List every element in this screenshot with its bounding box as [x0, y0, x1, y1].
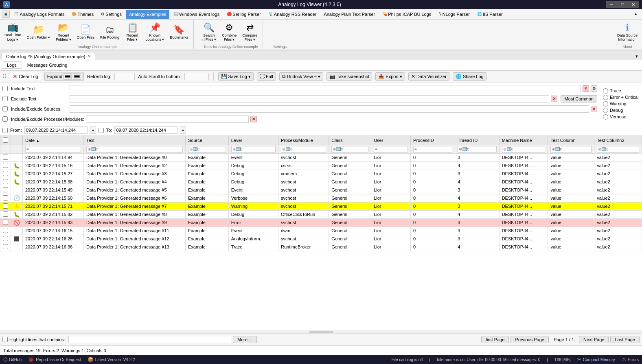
exclude-text-checkbox[interactable]	[2, 96, 8, 101]
file-pooling-button[interactable]: 🗂 File Pooling	[97, 23, 122, 41]
menu-windows-event-logs[interactable]: 🪟 Windows Event logs	[170, 10, 223, 19]
previous-page-button[interactable]: Previous Page	[511, 336, 549, 343]
row-checkbox-cell[interactable]	[0, 210, 11, 218]
errors-button[interactable]: ⚠ Errors	[622, 357, 639, 362]
col-header-level[interactable]: Level	[228, 136, 278, 145]
data-source-info-button[interactable]: ℹ Data SourceInformation	[614, 21, 640, 43]
col-header-date[interactable]: Date ▲	[23, 136, 84, 145]
row-checkbox[interactable]	[3, 187, 8, 192]
date-col-filter[interactable]	[25, 146, 81, 153]
expand-color-1[interactable]	[64, 73, 72, 80]
row-checkbox-cell[interactable]	[0, 153, 11, 161]
log-tab[interactable]: Online log #5 (Analogy Online example) ✕	[2, 53, 95, 60]
horizontal-scroll-hint[interactable]	[0, 330, 642, 333]
col2-col-filter[interactable]	[597, 146, 639, 153]
menu-icon-btn[interactable]: ≡	[2, 11, 10, 18]
menu-analogy-examples[interactable]: Analogy Examples	[126, 10, 169, 19]
more-button[interactable]: More ...	[233, 336, 257, 343]
row-checkbox[interactable]	[3, 211, 8, 217]
latest-version-link[interactable]: 📦 Latest Version: V4.2.2	[88, 357, 135, 362]
col-header-process[interactable]: Process/Module	[278, 136, 329, 145]
process-col-filter[interactable]	[281, 146, 326, 153]
include-sources-clear-btn[interactable]: ✕	[591, 106, 597, 112]
open-folder-button[interactable]: 📁 Open Folder ▾	[24, 23, 53, 41]
menu-nlogs-parser[interactable]: N NLogs Parser	[435, 10, 473, 19]
share-log-button[interactable]: 🌐 Share Log	[453, 72, 486, 81]
row-checkbox[interactable]	[3, 228, 8, 233]
real-time-logs-button[interactable]: 📺 Real TimeLogs ▾	[2, 20, 24, 43]
tab-logs[interactable]: Logs	[2, 61, 22, 69]
save-log-button[interactable]: 💾 Save Log ▾	[218, 72, 254, 81]
github-link[interactable]: ⬡ GitHub	[3, 357, 22, 362]
maximize-button[interactable]: □	[617, 1, 628, 8]
recent-files-button[interactable]: 📋 RecentFiles ▾	[122, 21, 142, 43]
radio-debug[interactable]	[603, 108, 608, 113]
source-col-filter[interactable]	[188, 146, 226, 153]
tab-close-icon[interactable]: ✕	[88, 54, 91, 59]
include-text-settings-btn[interactable]: ⚙	[591, 85, 597, 92]
first-page-button[interactable]: first Page	[481, 336, 509, 343]
menu-more[interactable]: ▸	[631, 10, 640, 19]
row-checkbox[interactable]	[3, 171, 8, 176]
row-checkbox-cell[interactable]	[0, 202, 11, 210]
row-checkbox[interactable]	[3, 155, 8, 160]
table-row[interactable]: ⬛ 2020.07.09 22:14:16.26 Data Provider 1…	[0, 235, 642, 243]
table-row[interactable]: 2020.07.09 22:14:15.49 Data Provider 1: …	[0, 186, 642, 194]
col-header-machine[interactable]: Machine Name	[499, 136, 548, 145]
table-row[interactable]: 🚫 2020.07.09 22:14:15.93 Data Provider 1…	[0, 218, 642, 227]
include-processes-input[interactable]	[86, 116, 249, 123]
full-button[interactable]: ⛶ Full	[257, 72, 276, 81]
col1-col-filter[interactable]	[550, 146, 592, 153]
tab-messages-grouping[interactable]: Messages Grouping	[22, 61, 72, 69]
row-checkbox[interactable]	[3, 163, 8, 168]
menu-serilog-parser[interactable]: 🔴 Serilog Parser	[223, 10, 264, 19]
table-row[interactable]: 2020.07.09 22:14:16.15 Data Provider 1: …	[0, 227, 642, 235]
from-date-dropdown[interactable]: ▾	[90, 126, 96, 134]
include-sources-input[interactable]	[70, 105, 589, 113]
most-common-button[interactable]: Most Common	[561, 95, 597, 102]
table-row[interactable]: 🐛 2020.07.09 22:14:15.27 Data Provider 1…	[0, 170, 642, 178]
collapse-tabs-button[interactable]: ▾	[633, 53, 640, 60]
include-text-checkbox[interactable]	[2, 86, 8, 91]
row-checkbox-cell[interactable]	[0, 186, 11, 194]
log-container[interactable]: Date ▲ Text Source Level Process/Module …	[0, 136, 642, 330]
include-text-clear-btn[interactable]: ✕	[583, 85, 589, 92]
refresh-log-input[interactable]	[114, 73, 135, 80]
col-header-source[interactable]: Source	[186, 136, 229, 145]
row-checkbox[interactable]	[3, 236, 8, 241]
user-col-filter[interactable]	[374, 146, 408, 153]
level-col-filter[interactable]	[231, 146, 276, 153]
expand-button[interactable]: Expand	[44, 72, 84, 81]
to-date-dropdown[interactable]: ▾	[180, 126, 186, 134]
table-row[interactable]: 2020.07.09 22:14:16.36 Data Provider 1: …	[0, 243, 642, 251]
search-in-files-button[interactable]: 🔍 Searchin Files ▾	[199, 21, 219, 43]
row-checkbox[interactable]	[3, 179, 8, 184]
include-text-input[interactable]	[70, 85, 581, 92]
table-row[interactable]: 2020.07.09 22:14:14.94 Data Provider 1: …	[0, 153, 642, 161]
from-date-input[interactable]	[24, 126, 88, 134]
bookmarks-button[interactable]: 🔖 Bookmarks	[167, 23, 191, 41]
table-row[interactable]: 🐛 2020.07.09 22:14:15.82 Data Provider 1…	[0, 210, 642, 218]
select-all-checkbox[interactable]	[3, 137, 8, 143]
minimize-button[interactable]: ─	[606, 1, 617, 8]
col-header-class[interactable]: Class	[329, 136, 371, 145]
text-col-filter[interactable]	[86, 146, 183, 153]
menu-settings[interactable]: ⚙ Settings	[98, 10, 125, 19]
row-checkbox-cell[interactable]	[0, 243, 11, 251]
menu-analogy-logs-formats[interactable]: 📋 Analogy Logs Formats	[11, 10, 68, 19]
report-issue-link[interactable]: 🐞 Report Issue Or Request	[28, 357, 81, 362]
expand-color-2[interactable]	[73, 73, 81, 80]
col-header-tid[interactable]: Thread ID	[455, 136, 499, 145]
include-processes-checkbox[interactable]	[2, 116, 8, 122]
tid-col-filter[interactable]	[458, 146, 496, 153]
table-row[interactable]: ⚠ 2020.07.09 22:14:15.71 Data Provider 1…	[0, 202, 642, 210]
table-row[interactable]: 🐛 2020.07.09 22:14:15.38 Data Provider 1…	[0, 178, 642, 186]
clear-log-button[interactable]: ✕ Clear Log	[10, 72, 41, 81]
table-row[interactable]: 🕐 2020.07.09 22:14:15.60 Data Provider 1…	[0, 194, 642, 202]
open-files-button[interactable]: 📄 Open Files	[74, 23, 98, 41]
col-header-pid[interactable]: ProcessID	[411, 136, 455, 145]
to-date-input[interactable]	[114, 126, 177, 134]
exclude-text-clear-btn[interactable]: ✕	[551, 96, 557, 102]
row-checkbox-cell[interactable]	[0, 218, 11, 227]
class-col-filter[interactable]	[331, 146, 368, 153]
